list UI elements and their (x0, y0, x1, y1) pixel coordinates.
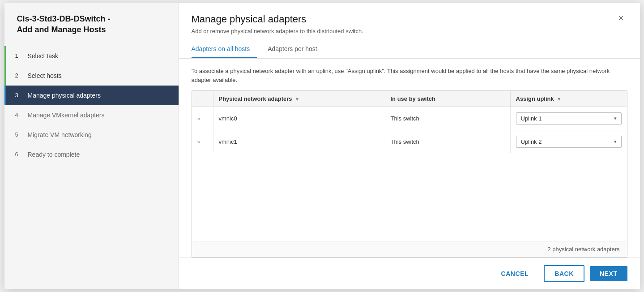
col-header-inuse-label: In use by switch (391, 95, 435, 102)
back-button[interactable]: BACK (544, 265, 584, 282)
step-label-3: Manage physical adapters (28, 92, 101, 99)
table-row: » vmnic1 This switch Uplink 2 ▾ (192, 130, 627, 153)
sidebar-step-1[interactable]: 1 Select task (4, 46, 179, 66)
table-footer: 2 physical network adapters (192, 241, 627, 257)
close-button[interactable]: × (615, 12, 627, 24)
col-header-inuse: In use by switch (385, 91, 511, 107)
tabs: Adapters on all hostsAdapters per host (192, 41, 615, 58)
dialog-footer: CANCEL BACK NEXT (179, 258, 640, 289)
row-uplink-0: Uplink 1 ▾ (511, 107, 627, 130)
row-inuse-0: This switch (385, 107, 511, 130)
uplink-dropdown-1[interactable]: Uplink 2 ▾ (516, 136, 622, 148)
step-num-1: 1 (15, 52, 22, 59)
sidebar: Cls-3-Std3-DB-DSwitch - Add and Manage H… (4, 3, 179, 289)
row-uplink-1: Uplink 2 ▾ (511, 130, 627, 153)
col-header-adapter-label: Physical network adapters (219, 95, 292, 102)
step-num-4: 4 (15, 112, 22, 118)
page-subtitle: Add or remove physical network adapters … (192, 28, 615, 34)
main-content: To associate a physical network adapter … (179, 59, 640, 258)
uplink-value-1: Uplink 2 (521, 138, 542, 145)
sidebar-step-2[interactable]: 2 Select hosts (4, 66, 179, 86)
adapter-table: Physical network adapters ▼ In use by sw… (192, 90, 627, 258)
row-inuse-1: This switch (385, 130, 511, 153)
cancel-button[interactable]: CANCEL (491, 266, 539, 281)
uplink-filter-icon[interactable]: ▼ (557, 96, 562, 102)
col-header-uplink-label: Assign uplink (516, 95, 554, 102)
next-button[interactable]: NEXT (590, 266, 627, 281)
step-label-1: Select task (28, 52, 58, 60)
main-header: Manage physical adapters Add or remove p… (179, 3, 640, 59)
tab-1[interactable]: Adapters per host (268, 41, 324, 58)
adapter-filter-icon[interactable]: ▼ (295, 96, 300, 102)
step-label-5: Migrate VM networking (28, 131, 92, 138)
table-row: » vmnic0 This switch Uplink 1 ▾ (192, 107, 627, 130)
row-adapter-0: vmnic0 (213, 107, 385, 130)
dialog: Cls-3-Std3-DB-DSwitch - Add and Manage H… (4, 3, 640, 289)
main-panel: Manage physical adapters Add or remove p… (179, 3, 640, 289)
step-num-6: 6 (15, 151, 22, 158)
chevron-down-icon: ▾ (614, 139, 617, 145)
sidebar-step-6: 6 Ready to complete (4, 145, 179, 164)
uplink-dropdown-0[interactable]: Uplink 1 ▾ (516, 112, 622, 125)
sidebar-title: Cls-3-Std3-DB-DSwitch - Add and Manage H… (4, 13, 179, 46)
row-expand-1[interactable]: » (192, 130, 213, 153)
step-num-3: 3 (15, 92, 22, 99)
expand-icon-0: » (197, 116, 200, 122)
table-body: » vmnic0 This switch Uplink 1 ▾ » vmnic1… (192, 107, 627, 241)
row-expand-0[interactable]: » (192, 107, 213, 130)
step-label-2: Select hosts (28, 72, 62, 79)
sidebar-step-5: 5 Migrate VM networking (4, 125, 179, 145)
sidebar-steps: 1 Select task2 Select hosts3 Manage phys… (4, 46, 179, 164)
table-header: Physical network adapters ▼ In use by sw… (192, 91, 627, 107)
step-num-2: 2 (15, 72, 22, 79)
sidebar-step-4: 4 Manage VMkernel adapters (4, 105, 179, 125)
step-label-4: Manage VMkernel adapters (28, 112, 105, 119)
col-header-expand (192, 91, 213, 107)
step-num-5: 5 (15, 131, 22, 138)
page-title: Manage physical adapters (192, 13, 615, 25)
expand-icon-1: » (197, 139, 200, 145)
col-header-uplink: Assign uplink ▼ (511, 91, 627, 107)
col-header-adapter: Physical network adapters ▼ (213, 91, 385, 107)
chevron-down-icon: ▾ (614, 116, 617, 121)
step-label-6: Ready to complete (28, 151, 80, 158)
info-text: To associate a physical network adapter … (192, 67, 621, 84)
sidebar-step-3[interactable]: 3 Manage physical adapters (4, 86, 179, 105)
row-adapter-1: vmnic1 (213, 130, 385, 153)
uplink-value-0: Uplink 1 (521, 115, 542, 122)
tab-0[interactable]: Adapters on all hosts (192, 41, 257, 58)
